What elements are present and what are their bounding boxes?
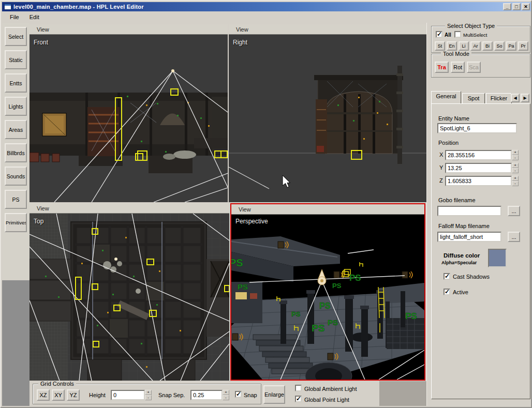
menu-edit[interactable]: Edit <box>25 12 44 22</box>
grid-xz-button[interactable]: XZ <box>37 389 50 401</box>
height-input[interactable] <box>111 390 145 400</box>
toolbar-lights-button[interactable]: Lights <box>5 97 27 116</box>
snap-sep-input[interactable] <box>190 390 223 400</box>
multiselect-checkbox[interactable] <box>454 31 461 38</box>
tab-general[interactable]: General <box>431 91 461 103</box>
type-light-button[interactable]: Li <box>459 41 469 51</box>
front-viewport-canvas[interactable] <box>29 35 228 202</box>
y-spin-down[interactable]: - <box>512 168 519 173</box>
grid-xy-button[interactable]: XY <box>52 389 65 401</box>
grid-yz-button[interactable]: YZ <box>67 389 80 401</box>
general-tab-panel: Entity Name Position X + - Y + - Z + - G… <box>431 103 530 399</box>
falloff-browse-button[interactable]: ... <box>508 232 520 242</box>
global-point-checkbox[interactable] <box>295 396 302 402</box>
toolbar-select-button[interactable]: Select <box>5 27 27 46</box>
x-spin-down[interactable]: - <box>512 155 519 160</box>
title-bar: level00_main_chamber.map - HPL Level Edi… <box>2 2 531 11</box>
top-light-source <box>114 258 117 261</box>
top-viewport-canvas[interactable] <box>29 214 229 381</box>
x-spin-up[interactable]: + <box>512 150 519 155</box>
toolbar-primitives-button[interactable]: Primitives <box>5 213 27 232</box>
viewport-perspective-header[interactable]: View <box>231 204 424 215</box>
falloff-map-input[interactable] <box>437 232 501 242</box>
enlarge-button[interactable]: Enlarge <box>263 385 285 404</box>
viewport-front-header[interactable]: View <box>29 24 228 35</box>
snap-checkbox[interactable] <box>235 391 242 398</box>
active-checkbox[interactable] <box>444 289 450 295</box>
y-spin-up[interactable]: + <box>512 163 519 168</box>
close-button[interactable]: ✕ <box>522 3 530 10</box>
type-area-button[interactable]: Ar <box>470 41 481 51</box>
window-title: level00_main_chamber.map - HPL Level Edi… <box>13 4 503 10</box>
global-ambient-checkbox[interactable] <box>295 385 302 391</box>
tool-translate-button[interactable]: Tra <box>435 62 449 73</box>
diffuse-color-swatch[interactable] <box>488 249 507 267</box>
all-checkbox[interactable] <box>436 31 442 38</box>
position-z-input[interactable] <box>445 176 512 186</box>
toolbar-sounds-button[interactable]: Sounds <box>5 167 27 186</box>
cast-shadows-checkbox[interactable] <box>444 273 450 280</box>
viewport-right-header[interactable]: View <box>229 24 426 35</box>
tool-mode-legend: Tool Mode <box>441 51 471 57</box>
toolbar-billboards-button[interactable]: Billbrds <box>5 143 27 162</box>
type-particle-button[interactable]: Pa <box>506 41 516 51</box>
menu-file[interactable]: File <box>5 12 24 22</box>
snap-sep-spinner: + - <box>223 390 229 400</box>
position-z-spinner: + - <box>512 176 519 186</box>
right-geometry <box>314 66 403 164</box>
toolbar-static-button[interactable]: Static <box>5 50 27 69</box>
snap-sep-spin-down[interactable]: - <box>223 395 229 400</box>
maximize-button[interactable]: □ <box>512 3 521 10</box>
gobo-browse-button[interactable]: ... <box>508 206 520 216</box>
svg-text:PS: PS <box>328 318 338 327</box>
viewport-right[interactable]: View Right <box>229 24 426 202</box>
viewport-front[interactable]: View Front <box>29 24 228 202</box>
type-entity-button[interactable]: En <box>447 41 457 51</box>
entity-name-input[interactable] <box>437 123 517 133</box>
minimize-button[interactable]: _ <box>503 3 511 10</box>
tool-rotate-button[interactable]: Rot <box>451 62 465 73</box>
type-sound-button[interactable]: So <box>494 41 505 51</box>
right-viewport-canvas[interactable] <box>229 35 426 202</box>
svg-text:PS: PS <box>291 310 301 318</box>
position-y-input[interactable] <box>445 163 512 173</box>
svg-text:PS: PS <box>238 282 248 291</box>
viewport-right-label: Right <box>233 39 247 46</box>
bottom-bar: Grid Controls XZ XY YZ Height + - Snap S… <box>29 381 426 406</box>
grid-controls-group: Grid Controls XZ XY YZ Height + - Snap S… <box>33 384 261 404</box>
svg-text:PS: PS <box>231 257 243 268</box>
tab-scroll-right-icon[interactable]: ▶ <box>521 94 529 102</box>
select-object-type-legend: Select Object Type <box>445 23 497 29</box>
gobo-filename-input[interactable] <box>437 206 501 216</box>
viewport-perspective[interactable]: View Perspective <box>230 203 425 381</box>
entity-name-label: Entity Name <box>438 115 469 122</box>
tab-flicker[interactable]: Flicker <box>486 93 512 103</box>
tab-scroll-left-icon[interactable]: ◀ <box>511 94 520 102</box>
app-icon <box>4 4 11 10</box>
left-toolbar: Select Static Entts Lights Areas Billbrd… <box>2 23 29 406</box>
toolbar-areas-button[interactable]: Areas <box>5 120 27 139</box>
height-spin-down[interactable]: - <box>145 395 152 400</box>
tool-mode-group: Tool Mode Tra Rot Sca <box>431 54 530 78</box>
tool-scale-button[interactable]: Sca <box>467 62 481 73</box>
viewport-front-label: Front <box>34 39 48 46</box>
svg-text:PS: PS <box>332 282 342 290</box>
multiselect-label: MultiSelect <box>463 32 487 38</box>
toolbar-ps-button[interactable]: PS <box>5 190 27 209</box>
type-billboard-button[interactable]: Bi <box>482 41 493 51</box>
viewport-top-header[interactable]: View <box>29 203 229 214</box>
position-x-input[interactable] <box>445 150 512 160</box>
z-spin-up[interactable]: + <box>512 176 519 181</box>
tab-spot[interactable]: Spot <box>462 93 485 103</box>
toolbar-entities-button[interactable]: Entts <box>5 73 27 93</box>
snap-label: Snap <box>244 392 257 398</box>
z-spin-down[interactable]: - <box>512 181 519 186</box>
type-primitive-button[interactable]: Pr <box>518 41 528 51</box>
viewport-top[interactable]: View Top <box>29 203 229 381</box>
position-x-spinner: + - <box>512 150 519 160</box>
type-static-button[interactable]: St <box>435 41 445 51</box>
snap-sep-spin-up[interactable]: + <box>223 390 229 395</box>
height-spin-up[interactable]: + <box>145 390 152 395</box>
alpha-specular-label: Alpha=Specular <box>441 260 477 265</box>
perspective-viewport-canvas[interactable]: PS PS PS PS PS PS PS PS PS <box>231 215 424 380</box>
